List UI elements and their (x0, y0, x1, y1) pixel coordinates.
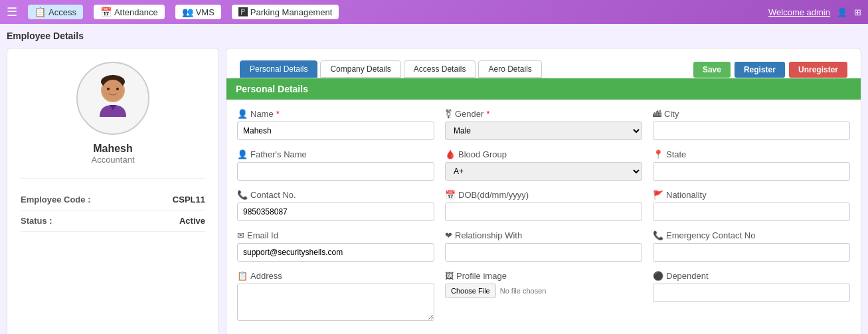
profile-image-group: 🖼 Profile image Choose File No file chos… (445, 271, 642, 323)
svg-point-4 (116, 88, 119, 90)
tab-access[interactable]: Access Details (404, 60, 476, 78)
state-input[interactable] (653, 162, 850, 181)
gender-required: * (486, 109, 489, 119)
avatar (76, 62, 149, 135)
city-input[interactable] (653, 122, 850, 140)
name-required: * (276, 109, 280, 119)
person-icon: 👤 (237, 109, 248, 119)
address-icon: 📋 (237, 271, 248, 281)
grid-icon: ⊞ (854, 7, 861, 17)
contact-group: 📞 Contact No. (237, 190, 434, 221)
nav-parking[interactable]: 🅿 Parking Management (232, 5, 339, 19)
attendance-icon: 📅 (100, 7, 112, 17)
parking-icon: 🅿 (238, 7, 248, 17)
nav-vms[interactable]: 👥 VMS (175, 5, 221, 19)
state-group: 📍 State (653, 149, 850, 181)
hamburger-icon[interactable]: ☰ (7, 5, 17, 19)
city-label: 🏙 City (653, 109, 850, 119)
emergency-label: 📞 Emergency Contact No (653, 230, 850, 240)
user-icon: 👤 (837, 7, 847, 17)
relationship-label: ❤ Relationship With (445, 230, 642, 240)
name-label: 👤 Name * (237, 109, 434, 119)
dob-label: 📅 DOB(dd/mm/yyyy) (445, 190, 642, 200)
employee-status-row: Status : Active (21, 210, 205, 232)
flag-icon: 🚩 (653, 190, 663, 200)
page-title: Employee Details (7, 31, 861, 41)
email-icon: ✉ (237, 230, 244, 240)
profile-image-label: 🖼 Profile image (445, 271, 642, 281)
email-label: ✉ Email Id (237, 230, 434, 240)
phone-icon: 📞 (237, 190, 248, 200)
emergency-group: 📞 Emergency Contact No (653, 230, 850, 262)
email-group: ✉ Email Id (237, 230, 434, 262)
heart-icon: ❤ (445, 230, 452, 240)
employee-name: Mahesh (93, 143, 133, 155)
tab-company[interactable]: Company Details (320, 60, 400, 78)
calendar-icon: 📅 (445, 190, 456, 200)
employee-panel: Mahesh Accountant Employee Code : CSPL11… (7, 48, 219, 334)
address-label: 📋 Address (237, 271, 434, 281)
relationship-group: ❤ Relationship With (445, 230, 642, 262)
employee-status-label: Status : (21, 216, 52, 226)
nationality-input[interactable] (653, 203, 850, 221)
employee-status-value: Active (179, 216, 205, 226)
blood-group-group: 🩸 Blood Group A+ A- B+ B- O+ O- AB+ AB- (445, 149, 642, 181)
gender-icon: ⚧ (445, 109, 452, 119)
tab-bar: Personal Details Company Details Access … (233, 54, 549, 78)
details-panel: Personal Details Company Details Access … (226, 48, 861, 334)
register-button[interactable]: Register (735, 62, 785, 78)
state-label: 📍 State (653, 149, 850, 159)
email-input[interactable] (237, 243, 434, 262)
nav-attendance-label: Attendance (114, 7, 158, 17)
dob-input[interactable] (445, 203, 642, 221)
employee-code-row: Employee Code : CSPL11 (21, 189, 205, 210)
emergency-input[interactable] (653, 243, 850, 262)
dependent-icon: ⚫ (653, 271, 663, 281)
name-group: 👤 Name * (237, 109, 434, 140)
emergency-icon: 📞 (653, 230, 663, 240)
tab-personal[interactable]: Personal Details (240, 60, 317, 78)
blood-icon: 🩸 (445, 149, 456, 159)
file-input-row: Choose File No file chosen (445, 284, 642, 298)
nav-access-label: Access (48, 7, 76, 17)
no-file-text: No file chosen (500, 287, 547, 295)
image-icon: 🖼 (445, 271, 454, 281)
name-input[interactable] (237, 122, 434, 140)
employee-role: Accountant (91, 155, 134, 165)
svg-point-2 (102, 80, 124, 101)
contact-label: 📞 Contact No. (237, 190, 434, 200)
father-icon: 👤 (237, 149, 248, 159)
nav-vms-label: VMS (196, 7, 215, 17)
father-name-input[interactable] (237, 162, 434, 181)
contact-input[interactable] (237, 203, 434, 221)
nav-parking-label: Parking Management (250, 7, 333, 17)
dependent-group: ⚫ Dependent (653, 271, 850, 323)
gender-select[interactable]: Male Female Other (445, 122, 642, 140)
unregister-button[interactable]: Unregister (789, 62, 847, 78)
nationality-group: 🚩 Nationality (653, 190, 850, 221)
dob-group: 📅 DOB(dd/mm/yyyy) (445, 190, 642, 221)
nav-attendance[interactable]: 📅 Attendance (94, 5, 165, 19)
blood-group-label: 🩸 Blood Group (445, 149, 642, 159)
svg-point-3 (107, 88, 110, 90)
nav-access[interactable]: 📋 Access (28, 5, 83, 19)
tab-aero[interactable]: Aero Details (478, 60, 541, 78)
access-icon: 📋 (35, 7, 46, 17)
save-button[interactable]: Save (693, 62, 731, 78)
father-name-group: 👤 Father's Name (237, 149, 434, 181)
blood-group-select[interactable]: A+ A- B+ B- O+ O- AB+ AB- (445, 162, 642, 181)
employee-code-label: Employee Code : (21, 195, 90, 205)
city-group: 🏙 City (653, 109, 850, 140)
vms-icon: 👥 (182, 7, 193, 17)
gender-label: ⚧ Gender * (445, 109, 642, 119)
personal-details-form: 👤 Name * ⚧ Gender * Male (226, 100, 861, 334)
employee-code-value: CSPL11 (173, 195, 205, 205)
gender-group: ⚧ Gender * Male Female Other (445, 109, 642, 140)
welcome-link[interactable]: Welcome admin (768, 7, 830, 17)
section-header: Personal Details (226, 78, 861, 100)
address-textarea[interactable] (237, 284, 434, 321)
address-group: 📋 Address (237, 271, 434, 323)
choose-file-button[interactable]: Choose File (445, 284, 496, 298)
dependent-input[interactable] (653, 284, 850, 302)
relationship-input[interactable] (445, 243, 642, 262)
